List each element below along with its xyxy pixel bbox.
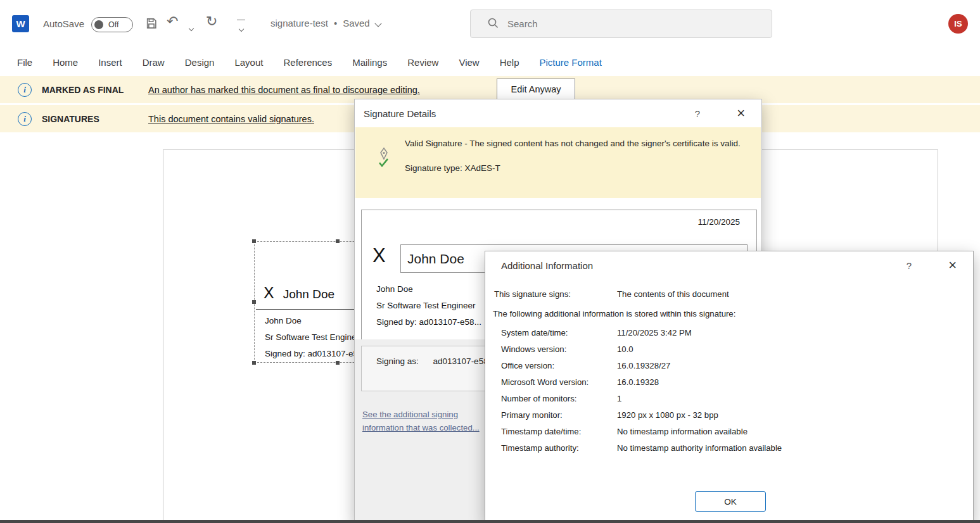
quick-access-toolbar-icon[interactable] <box>237 20 245 34</box>
account-avatar[interactable]: IS <box>948 14 968 34</box>
dialog-title: Additional Information <box>501 260 593 271</box>
edit-anyway-button[interactable]: Edit Anyway <box>497 79 575 100</box>
info-label: Timestamp authority: <box>501 443 579 453</box>
tab-home[interactable]: Home <box>42 57 88 68</box>
info-label: Primary monitor: <box>501 410 563 420</box>
bottom-edge-strip <box>0 520 980 523</box>
info-label: Timestamp date/time: <box>501 427 581 436</box>
help-icon[interactable]: ? <box>695 108 700 119</box>
signature-date: 11/20/2025 <box>697 217 740 227</box>
signature-name: John Doe <box>283 287 334 301</box>
signed-by: Signed by: ad013107-e58... <box>376 314 481 331</box>
signing-as-line: Signing as: ad013107-e58... <box>376 356 495 366</box>
dialog-title: Signature Details <box>364 108 436 119</box>
autosave-toggle[interactable]: Off <box>91 17 133 32</box>
titlebar: W AutoSave Off ↶ ↻ signature-test • Save… <box>0 0 980 48</box>
title-dropdown-icon[interactable] <box>374 20 381 27</box>
info-row: System date/time: 11/20/2025 3:42 PM <box>485 324 973 341</box>
document-name: signature-test <box>270 18 328 28</box>
info-value: 16.0.19328/27 <box>617 361 670 370</box>
banner-message[interactable]: An author has marked this document as fi… <box>148 85 420 95</box>
tab-draw[interactable]: Draw <box>132 57 175 68</box>
info-row: Primary monitor: 1920 px x 1080 px - 32 … <box>485 406 973 423</box>
tab-mailings[interactable]: Mailings <box>342 57 397 68</box>
banner-title: SIGNATURES <box>42 114 148 124</box>
resize-handle[interactable] <box>252 239 256 243</box>
ok-button[interactable]: OK <box>695 491 766 512</box>
signature-x-line: X John Doe <box>264 284 334 302</box>
info-value: 11/20/2025 3:42 PM <box>617 328 692 337</box>
save-status: Saved <box>343 18 370 28</box>
info-label: Office version: <box>501 361 554 370</box>
info-value: No timestamp authority information avail… <box>617 443 782 453</box>
info-value: 1 <box>617 394 621 403</box>
info-value: 10.0 <box>617 344 633 354</box>
info-label: Number of monitors: <box>501 394 576 403</box>
info-label: Windows version: <box>501 344 566 354</box>
tab-picture-format[interactable]: Picture Format <box>530 57 612 68</box>
resize-handle[interactable] <box>336 239 340 243</box>
undo-dropdown-icon[interactable] <box>189 22 193 33</box>
valid-signature-message-panel: Valid Signature - The signed content has… <box>355 127 761 198</box>
info-row: Office version: 16.0.19328/27 <box>485 357 973 374</box>
word-logo-icon[interactable]: W <box>12 15 29 32</box>
search-bar[interactable] <box>470 9 772 38</box>
save-icon[interactable] <box>144 16 158 33</box>
info-value: No timestamp information available <box>617 427 748 436</box>
document-title-group[interactable]: signature-test • Saved <box>270 18 381 28</box>
tab-layout[interactable]: Layout <box>224 57 273 68</box>
title-separator: • <box>334 18 337 28</box>
tab-insert[interactable]: Insert <box>88 57 132 68</box>
search-input[interactable] <box>506 18 737 30</box>
tab-view[interactable]: View <box>449 57 489 68</box>
signature-type: Signature type: XAdES-T <box>405 163 760 173</box>
signature-meta: John Doe Sr Software Test Engineer Signe… <box>376 281 481 331</box>
signs-value: The contents of this document <box>617 289 729 299</box>
signs-label: This signature signs: <box>494 289 571 299</box>
info-label: System date/time: <box>501 328 568 337</box>
resize-handle[interactable] <box>252 300 256 304</box>
tab-references[interactable]: References <box>273 57 342 68</box>
info-row: Microsoft Word version: 16.0.19328 <box>485 374 973 390</box>
info-icon: i <box>18 83 32 97</box>
undo-icon[interactable]: ↶ <box>167 15 178 28</box>
signing-as-label: Signing as: <box>376 356 419 366</box>
tab-review[interactable]: Review <box>397 57 449 68</box>
redo-icon[interactable]: ↻ <box>206 15 217 28</box>
info-value: 16.0.19328 <box>617 377 659 387</box>
tab-help[interactable]: Help <box>490 57 530 68</box>
autosave-label: AutoSave <box>43 18 84 29</box>
valid-signature-text: Valid Signature - The signed content has… <box>405 137 760 198</box>
ribbon-tab-bar: File Home Insert Draw Design Layout Refe… <box>0 48 980 76</box>
info-row: Timestamp authority: No timestamp author… <box>485 439 973 456</box>
tab-design[interactable]: Design <box>175 57 225 68</box>
info-value: 1920 px x 1080 px - 32 bpp <box>617 410 718 420</box>
info-row: Windows version: 10.0 <box>485 341 973 357</box>
resize-handle[interactable] <box>252 361 256 365</box>
banner-message[interactable]: This document contains valid signatures. <box>148 114 314 124</box>
info-icon: i <box>18 112 32 126</box>
info-label: Microsoft Word version: <box>501 377 589 387</box>
search-icon <box>487 17 499 31</box>
signer-name: John Doe <box>376 281 481 298</box>
valid-message: Valid Signature - The signed content has… <box>405 137 760 150</box>
word-window: W AutoSave Off ↶ ↻ signature-test • Save… <box>0 0 980 523</box>
autosave-state: Off <box>108 20 118 29</box>
dialog-titlebar: Signature Details ? × <box>355 99 761 127</box>
additional-info-intro: The following additional information is … <box>493 309 735 318</box>
tab-file[interactable]: File <box>7 57 42 68</box>
info-row: Timestamp date/time: No timestamp inform… <box>485 423 973 439</box>
help-icon[interactable]: ? <box>907 260 912 271</box>
additional-information-dialog: Additional Information ? × This signatur… <box>485 251 974 523</box>
x-mark: X <box>264 284 274 302</box>
additional-signing-info-link[interactable]: See the additional signing information t… <box>362 408 480 434</box>
signer-title: Sr Software Test Engineer <box>376 298 481 314</box>
info-row: Number of monitors: 1 <box>485 390 973 406</box>
dialog-titlebar: Additional Information ? × <box>485 251 973 279</box>
close-icon[interactable]: × <box>948 258 957 272</box>
x-mark: X <box>372 244 386 267</box>
toggle-knob <box>94 20 103 29</box>
valid-signature-icon <box>376 146 392 198</box>
banner-title: MARKED AS FINAL <box>42 85 148 95</box>
close-icon[interactable]: × <box>737 106 745 120</box>
